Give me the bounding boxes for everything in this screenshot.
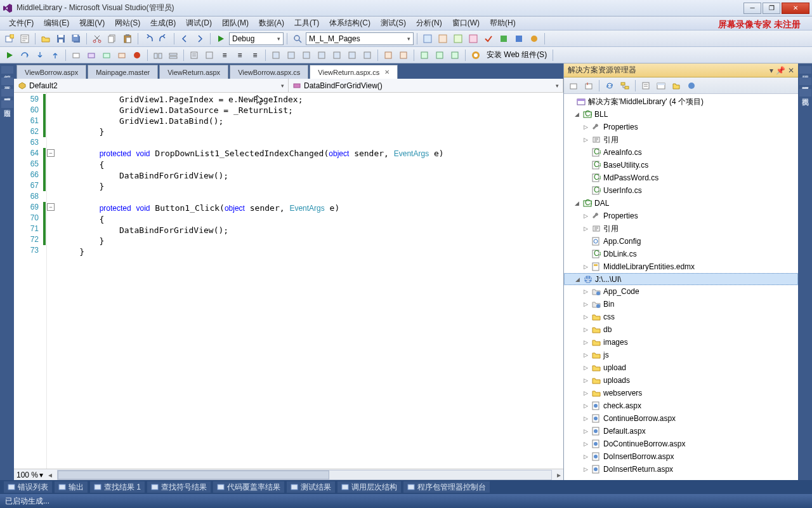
tb2-m[interactable] <box>269 48 283 62</box>
expand-icon[interactable]: ◢ <box>573 200 580 206</box>
menu-文件(F)[interactable]: 文件(F) <box>4 17 39 30</box>
sol-tb-view[interactable] <box>669 79 683 93</box>
sol-tb-props[interactable] <box>639 79 653 93</box>
undo-button[interactable] <box>141 32 155 46</box>
tree-node[interactable]: C#AreaInfo.cs <box>564 146 798 159</box>
expand-icon[interactable]: ▷ <box>582 364 589 371</box>
tree-node[interactable]: C#BaseUtility.cs <box>564 159 798 171</box>
bottom-tab[interactable]: 查找符号结果 <box>147 481 211 493</box>
tree-node[interactable]: ▷upload <box>564 361 798 374</box>
tb2-c[interactable] <box>100 48 114 62</box>
tb2-t[interactable] <box>381 48 395 62</box>
doc-tab[interactable]: ViewBorrow.aspx <box>16 65 86 79</box>
tree-node[interactable]: ▷App_Code <box>564 285 798 298</box>
tree-node[interactable]: ▷ContinueBorrow.aspx <box>564 412 798 425</box>
left-dock-tab[interactable]: 文档大纲 <box>1 66 13 74</box>
tree-node[interactable]: ▷引用 <box>564 222 798 235</box>
nav-forward-button[interactable] <box>193 32 207 46</box>
step-into-button[interactable] <box>33 48 47 62</box>
tree-node[interactable]: App.Config <box>564 235 798 248</box>
menu-编辑(E)[interactable]: 编辑(E) <box>39 17 74 30</box>
paste-button[interactable] <box>121 32 134 46</box>
expand-icon[interactable]: ▷ <box>582 390 589 396</box>
tree-node[interactable]: C#UserInfo.cs <box>564 184 798 197</box>
expand-icon[interactable]: ▷ <box>582 301 589 307</box>
tb2-d[interactable] <box>115 48 129 62</box>
tb2-b[interactable] <box>84 48 98 62</box>
bottom-tab[interactable]: 输出 <box>55 481 88 493</box>
tree-node[interactable]: ▷webservers <box>564 387 798 399</box>
tb2-p[interactable] <box>315 48 329 62</box>
open-button[interactable] <box>39 32 53 46</box>
expand-icon[interactable]: ▷ <box>582 415 589 422</box>
expand-icon[interactable]: ▷ <box>582 137 589 143</box>
web-install-icon[interactable] <box>469 48 483 62</box>
save-all-button[interactable] <box>69 32 83 46</box>
sol-tb-showall[interactable] <box>654 79 668 93</box>
bottom-tab[interactable]: 程序包管理器控制台 <box>403 481 490 493</box>
expand-icon[interactable]: ▷ <box>582 403 589 409</box>
tb2-i[interactable] <box>202 48 216 62</box>
expand-icon[interactable]: ◢ <box>573 111 580 117</box>
tree-node[interactable]: ▷DoInsertBorrow.aspx <box>564 450 798 463</box>
left-dock-tab[interactable]: 工具箱 <box>1 77 13 85</box>
bottom-tab[interactable]: 调用层次结构 <box>337 481 401 493</box>
step-over-button[interactable] <box>18 48 32 62</box>
sol-tb-nest[interactable] <box>618 79 632 93</box>
method-dropdown[interactable]: DataBindForGridView() <box>289 79 563 92</box>
expand-icon[interactable]: ▷ <box>582 441 589 447</box>
expand-icon[interactable]: ▷ <box>582 428 589 434</box>
tree-node[interactable]: ◢C#BLL <box>564 108 798 121</box>
sol-tb-b[interactable] <box>582 79 596 93</box>
tb-b-button[interactable] <box>436 32 450 46</box>
tb2-r[interactable] <box>345 48 359 62</box>
left-dock-tab[interactable]: 改造图 <box>1 100 13 108</box>
cut-button[interactable] <box>90 32 104 46</box>
start-debug-button[interactable] <box>214 32 228 46</box>
tb-e-button[interactable] <box>481 32 495 46</box>
tree-node[interactable]: ◢C#DAL <box>564 197 798 210</box>
copy-button[interactable] <box>105 32 119 46</box>
minimize-button[interactable]: ─ <box>743 3 761 14</box>
right-dock-tab[interactable]: 属性 <box>799 66 811 74</box>
tb-c-button[interactable] <box>451 32 465 46</box>
menu-窗口(W)[interactable]: 窗口(W) <box>447 17 485 30</box>
code-editor[interactable]: 596061626364656667686970717273−− GridVie… <box>14 93 563 469</box>
step-out-button[interactable] <box>48 48 62 62</box>
tree-node[interactable]: 解决方案'MiddleLibrary' (4 个项目) <box>564 95 798 108</box>
tb2-q[interactable] <box>330 48 344 62</box>
tb2-e[interactable] <box>130 48 144 62</box>
bottom-tab[interactable]: 错误列表 <box>4 481 52 493</box>
tb2-l[interactable]: ≡ <box>248 48 262 62</box>
bottom-tab[interactable]: 查找结果 1 <box>90 481 145 493</box>
doc-tab[interactable]: ViewBorrow.aspx.cs <box>230 65 308 79</box>
expand-icon[interactable]: ▷ <box>582 339 589 345</box>
tb2-x[interactable] <box>448 48 462 62</box>
menu-体系结构(C)[interactable]: 体系结构(C) <box>324 17 376 30</box>
tb2-g[interactable] <box>166 48 180 62</box>
nav-back-button[interactable] <box>178 32 192 46</box>
menu-生成(B)[interactable]: 生成(B) <box>145 17 181 30</box>
tb-a-button[interactable] <box>421 32 435 46</box>
tree-node[interactable]: ▷Bin <box>564 298 798 311</box>
bottom-tab[interactable]: 测试结果 <box>287 481 335 493</box>
tb2-v[interactable] <box>417 48 431 62</box>
tb2-k[interactable]: ≡ <box>233 48 247 62</box>
tb2-a[interactable] <box>69 48 83 62</box>
tree-node[interactable]: C#MdPassWord.cs <box>564 171 798 184</box>
tree-node[interactable]: ▷images <box>564 336 798 349</box>
tb-h-button[interactable] <box>527 32 541 46</box>
expand-icon[interactable]: ◢ <box>573 276 581 283</box>
tree-node[interactable]: ▷check.aspx <box>564 399 798 412</box>
h-scrollbar[interactable] <box>57 470 552 480</box>
bottom-tab[interactable]: 代码覆盖率结果 <box>213 481 284 493</box>
tb-g-button[interactable] <box>512 32 526 46</box>
tree-node[interactable]: ▷引用 <box>564 133 798 146</box>
tb2-j[interactable]: ≡ <box>218 48 232 62</box>
menu-帮助(H)[interactable]: 帮助(H) <box>485 17 521 30</box>
tree-node[interactable]: C#DbLink.cs <box>564 248 798 260</box>
left-dock-tab[interactable]: 服务器资源管理器 <box>1 89 13 97</box>
tb2-s[interactable] <box>360 48 374 62</box>
tree-node[interactable]: ▷uploads <box>564 374 798 387</box>
tree-node[interactable]: ▷Properties <box>564 121 798 133</box>
